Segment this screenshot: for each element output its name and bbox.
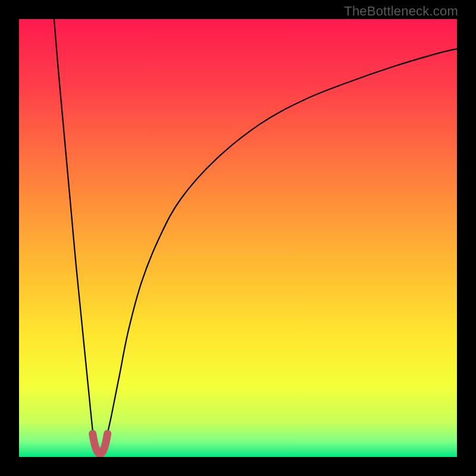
plot-area — [19, 19, 457, 457]
curve-layer — [19, 19, 457, 457]
watermark-text: TheBottleneck.com — [344, 4, 458, 19]
valley-highlight — [93, 434, 108, 453]
right-branch — [105, 49, 457, 448]
left-branch — [54, 19, 96, 448]
chart-frame: TheBottleneck.com — [0, 0, 476, 476]
